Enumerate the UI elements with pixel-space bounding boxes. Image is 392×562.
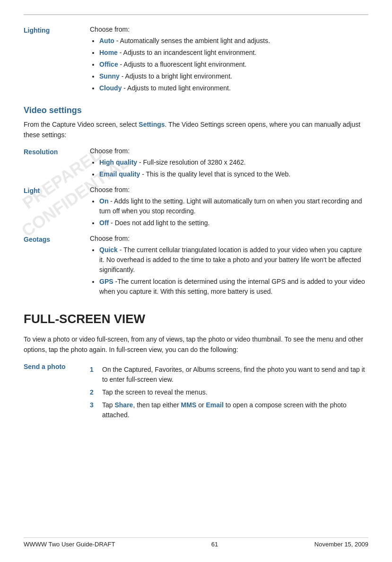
sunny-text: - Adjusts to a bright light environment. [120,72,232,80]
light-content: Choose from: On - Adds light to the sett… [90,186,368,230]
step-3-text: Tap Share, then tap either MMS or Email … [102,400,368,420]
settings-link: Settings [139,121,165,128]
footer-right: November 15, 2009 [314,541,368,548]
resolution-section: Resolution Choose from: High quality - F… [24,147,368,181]
geotags-label: Geotags [24,235,90,299]
send-photo-section: Send a photo 1 On the Captured, Favorite… [24,362,368,423]
lighting-options: Auto - Automatically senses the ambient … [90,36,368,93]
light-options: On - Adds light to the setting. Light wi… [90,196,368,228]
list-item: Cloudy - Adjusts to muted light environm… [99,83,368,93]
full-screen-heading: FULL-SCREEN VIEW [24,312,368,326]
light-section: Light Choose from: On - Adds light to th… [24,186,368,230]
list-item: 3 Tap Share, then tap either MMS or Emai… [90,400,368,420]
video-settings-intro: From the Capture Video screen, select Se… [24,119,368,140]
auto-label: Auto [99,37,114,44]
high-quality-label: High quality [99,158,137,166]
cloudy-label: Cloudy [99,84,122,92]
office-text: - Adjusts to a fluorescent light environ… [118,61,247,68]
on-text: - Adds light to the setting. Light will … [99,197,362,215]
off-label: Off [99,219,109,227]
resolution-choose: Choose from: [90,147,130,155]
send-photo-label: Send a photo [24,362,90,423]
step-3-num: 3 [90,400,99,420]
mms-link: MMS [181,401,197,409]
home-text: - Adjusts to an incandescent light envir… [118,49,256,56]
lighting-section: Lighting Choose from: Auto - Automatical… [24,26,368,95]
resolution-options: High quality - Full-size resolution of 3… [90,158,368,179]
light-term: Light [24,187,40,194]
quick-label: Quick [99,246,118,254]
full-screen-body: To view a photo or video full-screen, fr… [24,334,368,355]
gps-text: -The current location is determined usin… [99,278,365,295]
cloudy-text: - Adjusts to muted light environment. [122,84,230,92]
list-item: Sunny - Adjusts to a bright light enviro… [99,71,368,81]
gps-label: GPS [99,278,113,285]
step-2-text: Tap the screen to reveal the menus. [102,387,208,397]
geotags-choose: Choose from: [90,235,130,242]
sunny-label: Sunny [99,72,120,80]
list-item: Email quality - This is the quality leve… [99,169,368,179]
quick-text: - The current cellular triangulated loca… [99,246,362,273]
intro-text: From the Capture Video screen, select [24,121,139,128]
resolution-label: Resolution [24,147,90,181]
auto-text: - Automatically senses the ambient light… [114,37,270,44]
light-label: Light [24,186,90,230]
on-label: On [99,197,108,205]
full-screen-section: FULL-SCREEN VIEW To view a photo or vide… [24,312,368,355]
lighting-term: Lighting [24,26,50,34]
list-item: GPS -The current location is determined … [99,277,368,297]
home-label: Home [99,49,118,56]
footer-left: WWWW Two User Guide-DRAFT [24,541,115,548]
list-item: Quick - The current cellular triangulate… [99,245,368,275]
step-2-num: 2 [90,387,99,397]
office-label: Office [99,61,118,68]
high-quality-text: - Full-size resolution of 3280 x 2462. [137,158,246,166]
email-quality-label: Email quality [99,170,140,178]
email-link: Email [206,401,223,409]
list-item: Home - Adjusts to an incandescent light … [99,48,368,58]
geotags-row: Geotags Choose from: Quick - The current… [24,235,368,299]
step-1-num: 1 [90,365,99,385]
send-photo-term: Send a photo [24,363,66,370]
send-photo-row: Send a photo 1 On the Captured, Favorite… [24,362,368,423]
list-item: 1 On the Captured, Favorites, or Albums … [90,365,368,385]
resolution-row: Resolution Choose from: High quality - F… [24,147,368,181]
list-item: Office - Adjusts to a fluorescent light … [99,60,368,70]
lighting-label: Lighting [24,26,90,95]
video-settings-heading-section: Video settings From the Capture Video sc… [24,105,368,140]
light-choose: Choose from: [90,186,130,193]
list-item: 2 Tap the screen to reveal the menus. [90,387,368,397]
list-item: Auto - Automatically senses the ambient … [99,36,368,46]
video-settings-heading: Video settings [24,105,368,115]
light-row: Light Choose from: On - Adds light to th… [24,186,368,230]
resolution-term: Resolution [24,148,58,156]
lighting-content: Choose from: Auto - Automatically senses… [90,26,368,95]
list-item: Off - Does not add light to the setting. [99,218,368,228]
list-item: On - Adds light to the setting. Light wi… [99,196,368,216]
off-text: - Does not add light to the setting. [109,219,209,227]
footer-center: 61 [211,541,218,548]
geotags-term: Geotags [24,236,50,243]
footer: WWWW Two User Guide-DRAFT 61 November 15… [24,537,368,548]
top-border [24,14,368,15]
lighting-row: Lighting Choose from: Auto - Automatical… [24,26,368,95]
list-item: High quality - Full-size resolution of 3… [99,158,368,167]
send-photo-content: 1 On the Captured, Favorites, or Albums … [90,362,368,423]
step-1-text: On the Captured, Favorites, or Albums sc… [102,365,368,385]
lighting-choose: Choose from: [90,26,130,33]
send-photo-steps: 1 On the Captured, Favorites, or Albums … [90,365,368,420]
geotags-options: Quick - The current cellular triangulate… [90,245,368,297]
share-link: Share [114,401,133,409]
email-quality-text: - This is the quality level that is sync… [140,170,290,178]
geotags-section: Geotags Choose from: Quick - The current… [24,235,368,299]
resolution-content: Choose from: High quality - Full-size re… [90,147,368,181]
geotags-content: Choose from: Quick - The current cellula… [90,235,368,299]
